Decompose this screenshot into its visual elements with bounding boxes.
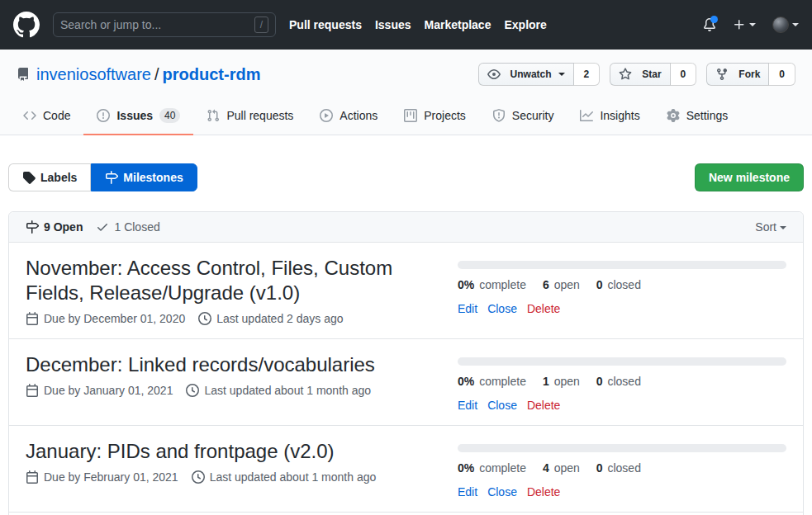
chevron-down-icon <box>780 226 786 229</box>
edit-link[interactable]: Edit <box>458 302 477 315</box>
tab-actions[interactable]: Actions <box>306 97 391 135</box>
milestone-actions: Edit Close Delete <box>458 302 786 315</box>
unwatch-button[interactable]: Unwatch <box>478 63 574 86</box>
calendar-icon <box>26 312 39 325</box>
milestone-title-link[interactable]: November: Access Control, Files, Custom … <box>26 257 392 304</box>
edit-link[interactable]: Edit <box>458 485 477 498</box>
project-icon <box>404 109 417 122</box>
close-link[interactable]: Close <box>487 485 517 498</box>
github-logo-icon[interactable] <box>13 12 40 38</box>
milestone-meta: Due by December 01, 2020 Last updated 2 … <box>26 312 455 325</box>
last-updated: Last updated about 1 month ago <box>186 384 371 397</box>
code-icon <box>23 109 36 122</box>
slash-key-hint: / <box>254 17 268 33</box>
delete-link[interactable]: Delete <box>527 399 560 412</box>
sort-dropdown[interactable]: Sort <box>755 220 786 234</box>
edit-link[interactable]: Edit <box>458 399 477 412</box>
graph-icon <box>580 109 593 122</box>
milestones-list-header: 9 Open 1 Closed Sort <box>9 212 803 243</box>
clock-icon <box>186 384 199 397</box>
delete-link[interactable]: Delete <box>527 302 560 315</box>
milestone-icon <box>105 171 118 184</box>
calendar-icon <box>26 470 39 484</box>
nav-pull-requests[interactable]: Pull requests <box>289 18 362 31</box>
milestone-actions: Edit Close Delete <box>458 485 786 498</box>
tab-issues[interactable]: Issues 40 <box>83 97 193 135</box>
repo-icon <box>17 68 30 81</box>
milestone-stats: 0% complete 4 open 0 closed <box>458 461 786 475</box>
close-link[interactable]: Close <box>487 302 517 315</box>
shield-icon <box>492 109 506 122</box>
github-milestones-page: / Pull requests Issues Marketplace Explo… <box>0 0 812 515</box>
fork-button[interactable]: Fork <box>706 63 769 86</box>
milestone-stats: 0% complete 1 open 0 closed <box>458 375 786 388</box>
tag-icon <box>22 171 36 184</box>
gear-icon <box>667 109 680 122</box>
user-menu[interactable] <box>772 17 799 33</box>
repo-tab-bar: Code Issues 40 Pull requests Actions Pro… <box>0 97 812 135</box>
main-content: Labels Milestones New milestone 9 Open 1… <box>0 135 812 515</box>
clock-icon <box>198 312 211 325</box>
tab-projects[interactable]: Projects <box>391 97 479 135</box>
milestone-title: January: PIDs and frontpage (v2.0) <box>26 439 376 464</box>
new-milestone-button[interactable]: New milestone <box>695 163 804 191</box>
global-search[interactable]: / <box>53 12 276 37</box>
repo-title-row: inveniosoftware/product-rdm Unwatch 2 St… <box>0 50 812 97</box>
milestone-row: December: Linked records/vocabularies Du… <box>9 339 803 426</box>
milestone-title-link[interactable]: December: Linked records/vocabularies <box>26 353 375 376</box>
create-new-menu[interactable] <box>733 18 756 31</box>
chevron-down-icon <box>792 23 799 26</box>
close-link[interactable]: Close <box>487 399 517 412</box>
labels-milestones-toggle: Labels Milestones <box>8 163 197 191</box>
milestone-row: November: Access Control, Files, Custom … <box>9 243 803 339</box>
tab-code[interactable]: Code <box>10 97 83 135</box>
calendar-icon <box>26 384 39 397</box>
due-date: Due by December 01, 2020 <box>44 312 185 325</box>
repo-social-actions: Unwatch 2 Star 0 Fork <box>478 63 795 86</box>
due-date: Due by January 01, 2021 <box>44 384 173 397</box>
nav-explore[interactable]: Explore <box>504 18 546 31</box>
repo-owner-link[interactable]: inveniosoftware <box>36 65 151 83</box>
tab-insights[interactable]: Insights <box>567 97 653 135</box>
issues-count-badge: 40 <box>159 108 180 123</box>
repo-name-link[interactable]: product-rdm <box>163 65 261 83</box>
search-input[interactable] <box>60 18 254 31</box>
header-nav: Pull requests Issues Marketplace Explore <box>289 18 547 31</box>
top-nav: / Pull requests Issues Marketplace Explo… <box>0 0 812 50</box>
milestone-info: January: PIDs and frontpage (v2.0) Due b… <box>26 439 376 498</box>
star-icon <box>619 68 632 81</box>
star-count[interactable]: 0 <box>671 63 697 86</box>
fork-icon <box>715 68 729 81</box>
plus-icon <box>733 18 746 31</box>
notifications-bell-icon[interactable] <box>703 18 716 31</box>
milestone-title-link[interactable]: January: PIDs and frontpage (v2.0) <box>26 440 335 462</box>
milestone-title: November: Access Control, Files, Custom … <box>26 256 455 305</box>
open-milestones-filter[interactable]: 9 Open <box>26 220 83 234</box>
eye-icon <box>487 68 501 81</box>
star-button[interactable]: Star <box>610 63 670 86</box>
milestone-meta: Due by February 01, 2021 Last updated ab… <box>26 470 376 484</box>
progress-bar <box>458 261 786 269</box>
issues-toolbar: Labels Milestones New milestone <box>8 163 804 191</box>
git-pull-request-icon <box>207 109 220 122</box>
tab-pull-requests[interactable]: Pull requests <box>193 97 306 135</box>
nav-marketplace[interactable]: Marketplace <box>425 18 491 31</box>
avatar <box>772 17 789 33</box>
labels-button[interactable]: Labels <box>8 163 91 191</box>
closed-milestones-filter[interactable]: 1 Closed <box>96 220 159 234</box>
chevron-down-icon <box>558 73 565 76</box>
fork-count[interactable]: 0 <box>769 63 795 86</box>
tab-security[interactable]: Security <box>479 97 567 135</box>
progress-bar <box>458 444 786 452</box>
nav-issues[interactable]: Issues <box>375 18 411 31</box>
issue-opened-icon <box>97 109 110 122</box>
play-icon <box>320 109 333 122</box>
watch-count[interactable]: 2 <box>574 63 601 86</box>
delete-link[interactable]: Delete <box>527 485 560 498</box>
milestone-title: December: Linked records/vocabularies <box>26 352 375 377</box>
breadcrumb: inveniosoftware/product-rdm <box>36 65 260 84</box>
tab-settings[interactable]: Settings <box>653 97 742 135</box>
chevron-down-icon <box>749 23 756 26</box>
milestone-info: December: Linked records/vocabularies Du… <box>26 352 375 412</box>
milestones-button[interactable]: Milestones <box>91 163 197 191</box>
